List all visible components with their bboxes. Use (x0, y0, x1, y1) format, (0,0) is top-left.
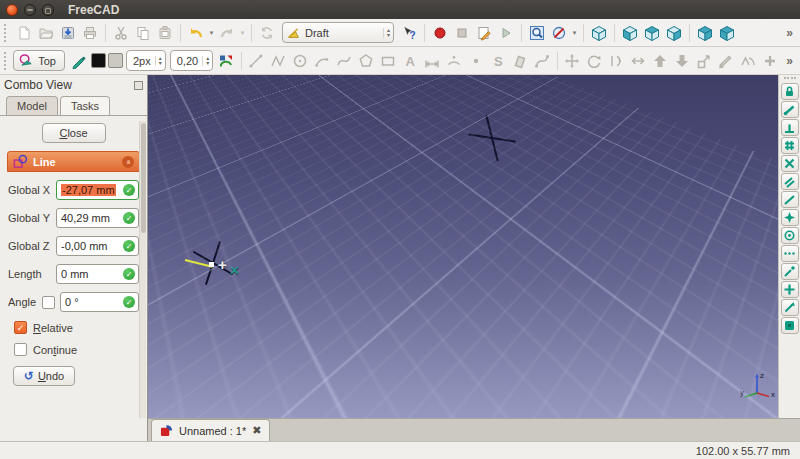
snap-dimensions-button[interactable] (781, 299, 799, 316)
redo-button[interactable] (216, 22, 238, 44)
draw-style-button[interactable] (548, 22, 570, 44)
view-front-button[interactable] (619, 22, 641, 44)
line-color-swatch[interactable] (91, 53, 106, 68)
draw-style-dropdown-button[interactable]: ▾ (570, 22, 579, 44)
cut-button[interactable] (110, 22, 132, 44)
copy-button[interactable] (132, 22, 154, 44)
toolbar-overflow-button[interactable]: » (781, 54, 798, 68)
tab-tasks[interactable]: Tasks (60, 96, 110, 115)
view-axonometric-button[interactable] (588, 22, 610, 44)
macro-record-button[interactable] (429, 22, 451, 44)
draft-text-button[interactable]: A (399, 50, 421, 72)
open-file-button[interactable] (35, 22, 57, 44)
workbench-spinner[interactable]: ▴▾ (383, 28, 390, 38)
apply-style-button[interactable] (215, 50, 237, 72)
view-right-button[interactable] (663, 22, 685, 44)
view-left-button[interactable] (716, 22, 738, 44)
refresh-button[interactable] (256, 22, 278, 44)
snap-extension-button[interactable] (781, 191, 799, 208)
draft-scale-button[interactable] (693, 50, 715, 72)
toolbar-grip[interactable] (784, 77, 796, 81)
font-size-spinbox[interactable]: 0,20 ▴▾ (170, 50, 213, 71)
draft-wire-button[interactable] (267, 50, 289, 72)
macro-edit-button[interactable] (473, 22, 495, 44)
view-top-button[interactable] (641, 22, 663, 44)
macro-play-button[interactable] (495, 22, 517, 44)
new-file-button[interactable] (13, 22, 35, 44)
redo-dropdown-button[interactable]: ▾ (238, 22, 247, 44)
draft-trimex-button[interactable] (627, 50, 649, 72)
length-input[interactable]: 0 mm ✓ (56, 264, 139, 284)
draft-dimension-button[interactable] (421, 50, 443, 72)
angle-checkbox[interactable] (42, 296, 55, 309)
maximize-window-button[interactable] (42, 4, 54, 16)
face-color-swatch[interactable] (108, 53, 123, 68)
snap-lock-button[interactable] (781, 83, 799, 100)
draft-move-button[interactable] (561, 50, 583, 72)
snap-intersection-button[interactable] (781, 155, 799, 172)
draft-rotate-button[interactable] (583, 50, 605, 72)
relative-row[interactable]: ✓ Relative (14, 321, 140, 334)
snap-midpoint-button[interactable] (781, 119, 799, 136)
draft-rectangle-button[interactable] (377, 50, 399, 72)
paste-button[interactable] (154, 22, 176, 44)
line-width-spinner[interactable]: ▴▾ (155, 56, 162, 66)
print-button[interactable] (79, 22, 101, 44)
global-x-input[interactable]: -27,07 mm ✓ (56, 180, 139, 200)
minimize-window-button[interactable] (24, 4, 36, 16)
snap-endpoint-button[interactable] (781, 101, 799, 118)
scrollbar-handle[interactable] (141, 123, 146, 233)
close-task-button[interactable]: Close (42, 123, 106, 143)
global-y-input[interactable]: 40,29 mm ✓ (56, 208, 139, 228)
draft-add-point-button[interactable] (759, 50, 781, 72)
collapse-task-icon[interactable]: » (122, 156, 134, 168)
continue-checkbox[interactable] (14, 343, 27, 356)
draft-line-button[interactable] (245, 50, 267, 72)
view-rear-button[interactable] (694, 22, 716, 44)
line-task-header[interactable]: Line » (7, 151, 140, 172)
snap-near-button[interactable] (781, 281, 799, 298)
whats-this-button[interactable]: ? (398, 22, 420, 44)
document-tab[interactable]: Unnamed : 1* ✖ (151, 419, 270, 441)
3d-viewport[interactable]: + ✕ z x y (148, 75, 778, 418)
snap-grid-button[interactable] (781, 137, 799, 154)
font-size-spinner[interactable]: ▴▾ (202, 56, 209, 66)
angle-input[interactable]: 0 ° ✓ (60, 292, 139, 312)
undo-button[interactable] (185, 22, 207, 44)
draft-downgrade-button[interactable] (671, 50, 693, 72)
snap-ortho-button[interactable] (781, 245, 799, 262)
construction-mode-button[interactable] (68, 50, 90, 72)
draft-wire-to-bspline-button[interactable] (737, 50, 759, 72)
snap-center-button[interactable] (781, 227, 799, 244)
draft-circle-button[interactable] (289, 50, 311, 72)
draft-edit-button[interactable] (715, 50, 737, 72)
draft-polygon-button[interactable] (355, 50, 377, 72)
draft-arc-button[interactable] (311, 50, 333, 72)
save-button[interactable] (57, 22, 79, 44)
undo-dropdown-button[interactable]: ▾ (207, 22, 216, 44)
relative-checkbox[interactable]: ✓ (14, 321, 27, 334)
draft-facebinder-button[interactable] (509, 50, 531, 72)
draft-upgrade-button[interactable] (649, 50, 671, 72)
draft-shapestring-button[interactable]: S (487, 50, 509, 72)
workbench-selector[interactable]: Draft ▴▾ (282, 22, 394, 43)
snap-angle-button[interactable] (781, 209, 799, 226)
line-width-spinbox[interactable]: 2px ▴▾ (126, 50, 166, 71)
macro-stop-button[interactable] (451, 22, 473, 44)
working-plane-button[interactable]: Top (13, 50, 65, 71)
panel-scrollbar[interactable] (139, 121, 146, 439)
snap-parallel-button[interactable] (781, 173, 799, 190)
draft-bezier-button[interactable] (531, 50, 553, 72)
draft-offset-button[interactable] (605, 50, 627, 72)
global-z-input[interactable]: -0,00 mm ✓ (56, 236, 139, 256)
toolbar-grip[interactable] (4, 52, 6, 70)
continue-row[interactable]: Continue (14, 343, 140, 356)
document-tab-close-button[interactable]: ✖ (252, 424, 261, 437)
snap-special-button[interactable] (781, 263, 799, 280)
toolbar-overflow-button[interactable]: » (781, 26, 798, 40)
close-window-button[interactable] (6, 4, 18, 16)
undo-button[interactable]: ↺ Undo (13, 366, 75, 386)
panel-float-icon[interactable] (134, 81, 143, 90)
draft-bspline-button[interactable] (333, 50, 355, 72)
tab-model[interactable]: Model (6, 96, 58, 115)
